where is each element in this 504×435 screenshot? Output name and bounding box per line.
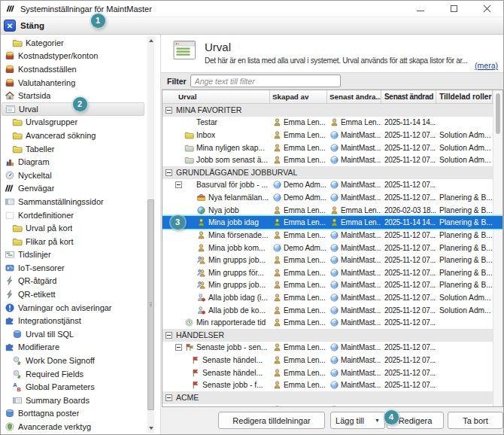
sidebar-item-flikar-p-kort[interactable]: Flikar på kort	[1, 235, 147, 248]
table-row[interactable]: TestarEmma Len...Emma Len...2025-11-14 1…	[162, 117, 502, 129]
board-icon	[5, 196, 15, 207]
table-row[interactable]: Senaste händel...Emma Len...MaintMast...…	[162, 354, 502, 367]
folder-icon	[12, 117, 23, 127]
maximize-button[interactable]	[437, 1, 470, 17]
sidebar-item-kategorier[interactable]: Kategorier	[1, 36, 147, 50]
collapse-icon[interactable]	[165, 169, 172, 176]
person-icon	[329, 205, 339, 215]
bolt-icon	[5, 275, 15, 286]
chart-icon	[5, 157, 15, 167]
minimize-button[interactable]	[404, 1, 437, 17]
close-settings-button[interactable]: ✕ Stäng	[4, 20, 44, 32]
edit-assignments-button[interactable]: Redigera tilldelningar	[218, 412, 325, 429]
sidebar-item-genv-gar[interactable]: Genvägar	[1, 182, 147, 196]
sidebar-scrollbar-thumb[interactable]	[147, 199, 154, 410]
table-row[interactable]: Senaste jobb - f...Emma Len...MaintMast.…	[162, 379, 502, 391]
table-row[interactable]: Basurval för jobb - ...Demo Adm...MaintM…	[162, 179, 502, 192]
collapse-icon[interactable]	[165, 394, 172, 401]
person-icon	[196, 230, 206, 240]
table-scrollbar[interactable]	[493, 90, 502, 406]
table-row[interactable]: Senaste jobb - sen...Emma Len...MaintMas…	[162, 342, 502, 354]
table-row[interactable]: Mina nyligen skap...Emma Len...MaintMast…	[162, 141, 502, 154]
sidebar-item-nyckeltal[interactable]: Nyckeltal	[1, 169, 147, 182]
sidebar-item-modifierare[interactable]: Modifierare	[1, 341, 147, 354]
group-row-acme[interactable]: ACME	[162, 391, 502, 404]
sidebar-item-qr-tg-rd[interactable]: QR-åtgärd	[1, 275, 147, 288]
sidebar-item-sammanst-llningssidor[interactable]: Sammanställningssidor	[1, 195, 147, 208]
sphere-icon	[329, 318, 339, 327]
blank-icon	[5, 210, 15, 221]
table-row[interactable]: Mina försenade...Emma Len...MaintMast...…	[162, 229, 502, 242]
window-title: Systeminställningar för MaintMaster	[20, 5, 152, 14]
list-icon	[5, 104, 16, 114]
table-scrollbar-thumb[interactable]	[496, 93, 500, 134]
filter-input[interactable]	[190, 75, 341, 87]
sidebar-item-urval-till-sql[interactable]: Urval till SQL	[1, 327, 147, 341]
sidebar-item-borttagna-poster[interactable]: Borttagna poster	[1, 407, 147, 421]
scroll-down-icon[interactable]	[147, 424, 154, 433]
table-row[interactable]: InboxEmma Len...MaintMast...2025-11-12 0…	[162, 129, 502, 141]
table-row[interactable]: Mina jobb idagEmma Len...Emma Len...2025…	[162, 216, 502, 229]
sidebar: KategorierKostnadstyper/kontonKostnadsst…	[1, 35, 160, 434]
sidebar-item-tabeller[interactable]: Tabeller	[1, 142, 147, 156]
collapse-icon[interactable]	[165, 332, 172, 339]
table-row[interactable]: Nya felanmälan...Demo Adm...MaintMast...…	[162, 191, 502, 204]
sidebar-item-kostnadstyper-konton[interactable]: Kostnadstyper/konton	[1, 50, 147, 63]
sidebar-item-varningar-och-aviseringar[interactable]: Varningar och aviseringar	[1, 301, 147, 315]
table-row[interactable]: Alla jobb de ko...Emma Len...MaintMast..…	[162, 304, 502, 317]
person-icon	[272, 318, 282, 327]
orb-icon	[196, 205, 206, 215]
db-icon	[5, 408, 15, 418]
close-button[interactable]	[470, 1, 503, 17]
sidebar-item-integrationstj-nst[interactable]: Integrationstjänst	[1, 314, 147, 327]
sidebar-item-iot-sensorer[interactable]: IoT-sensorer	[1, 261, 147, 275]
coins-icon	[5, 50, 15, 61]
group-row-mina-favoriter[interactable]: MINA FAVORITER	[162, 104, 502, 117]
more-link[interactable]: (mera)	[475, 61, 498, 70]
delete-button[interactable]: Ta bort	[448, 412, 503, 429]
sidebar-scrollbar[interactable]	[147, 36, 154, 433]
sidebar-item-kortdefinitioner[interactable]: Kortdefinitioner	[1, 208, 147, 222]
sidebar-item-global-parameters[interactable]: ABGlobal Parameters	[1, 380, 147, 394]
sidebar-item-avancerade-verktyg[interactable]: Avancerade verktyg	[1, 420, 147, 433]
table-row[interactable]: Min rapporterade tidEmma Len...MaintMast…	[162, 316, 502, 329]
column-header-urval[interactable]: Urval	[162, 90, 270, 103]
column-header-senast-ndra[interactable]: Senast ändra...	[327, 90, 381, 103]
button-bar: Redigera tilldelningar Lägg till▼ Redige…	[161, 412, 503, 430]
table-row[interactable]: Senaste händel...Emma Len...MaintMast...…	[162, 367, 502, 379]
table-row[interactable]: Jobb som senast ä...Emma Len...MaintMast…	[162, 154, 502, 166]
collapse-icon[interactable]	[175, 181, 182, 188]
group-row-h-ndelser[interactable]: HÄNDELSER	[162, 329, 502, 342]
collapse-icon[interactable]	[175, 344, 182, 351]
person-icon	[272, 355, 282, 365]
sidebar-item-urval-p-kort[interactable]: Urval på kort	[1, 221, 147, 235]
sidebar-item-diagram[interactable]: Diagram	[1, 155, 147, 169]
sidebar-item-required-fields[interactable]: Required Fields	[1, 367, 147, 381]
collapse-icon[interactable]	[175, 406, 182, 407]
person-icon	[272, 143, 282, 153]
scroll-up-icon[interactable]	[147, 36, 154, 45]
sidebar-item-avancerad-s-kning[interactable]: Avancerad sökning	[1, 129, 147, 142]
main-panel: Urval Det här är en lista med alla urval…	[160, 35, 503, 434]
add-button[interactable]: Lägg till▼	[330, 412, 385, 429]
sidebar-item-summary-boards[interactable]: Summary Boards	[1, 394, 147, 407]
table-row[interactable]: Mina jobb kom...Demo Adm...MaintMast...2…	[162, 242, 502, 254]
sidebar-item-qr-etikett[interactable]: QR-etikett	[1, 287, 147, 301]
column-header-tilldelad-roller[interactable]: Tilldelad roller	[436, 90, 493, 103]
table-row[interactable]: Min grupps job...Emma Len...MaintMast...…	[162, 254, 502, 266]
collapse-icon[interactable]	[165, 107, 172, 114]
column-header-senast-ndrad[interactable]: Senast ändrad	[381, 90, 436, 103]
sidebar-item-valutahantering[interactable]: Valutahantering	[1, 76, 147, 90]
sidebar-item-work-done-signoff[interactable]: Work Done Signoff	[1, 354, 147, 367]
sidebar-item-urvalsgrupper[interactable]: Urvalsgrupper	[1, 116, 147, 129]
table-row[interactable]: Alla jobb idag (i...Emma Len...MaintMast…	[162, 291, 502, 304]
table-row[interactable]: Min grupps för...Emma Len...MaintMast...…	[162, 266, 502, 279]
sphere-icon	[329, 155, 339, 165]
table-row[interactable]: Alla...Demo Adm...MaintMast...2025-11-12…	[162, 404, 502, 407]
column-header-skapad-av[interactable]: Skapad av	[270, 90, 327, 103]
table-row[interactable]: Min grupps job...Emma Len...MaintMast...…	[162, 279, 502, 292]
sidebar-item-kostnadsst-llen[interactable]: Kostnadsställen	[1, 62, 147, 76]
table-row[interactable]: Nya jobbEmma Len...Emma Len...2026-02-03…	[162, 204, 502, 217]
sidebar-item-tidslinjer[interactable]: Tidslinjer	[1, 248, 147, 262]
group-row-grundl-ggande-jobburval[interactable]: GRUNDLÄGGANDE JOBBURVAL	[162, 166, 502, 179]
